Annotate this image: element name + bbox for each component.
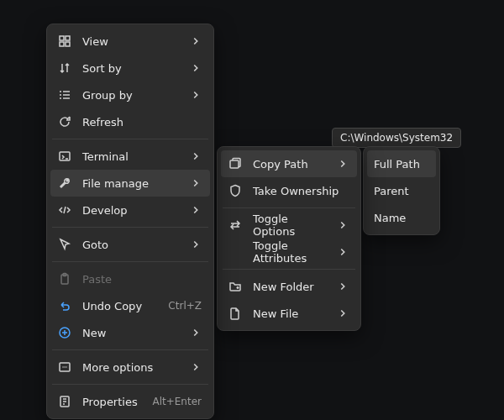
grid-icon bbox=[57, 34, 72, 49]
menu-label: Parent bbox=[374, 185, 428, 197]
menu-label: Full Path bbox=[374, 158, 428, 171]
svg-rect-4 bbox=[66, 42, 70, 46]
svg-rect-1 bbox=[60, 36, 64, 40]
menu-label: Paste bbox=[82, 273, 202, 286]
menu-shortcut: Ctrl+Z bbox=[168, 300, 202, 312]
svg-point-10 bbox=[62, 366, 63, 367]
file-icon bbox=[228, 306, 243, 321]
menu-item-new[interactable]: New bbox=[50, 319, 210, 346]
sort-icon bbox=[57, 60, 72, 76]
properties-icon bbox=[57, 394, 72, 409]
menu-item-new-file[interactable]: New File bbox=[221, 300, 357, 327]
svg-point-12 bbox=[66, 366, 66, 367]
menu-item-undo-copy[interactable]: Undo Copy Ctrl+Z bbox=[50, 292, 210, 319]
svg-point-11 bbox=[64, 366, 65, 367]
menu-item-new-folder[interactable]: New Folder bbox=[221, 273, 357, 300]
menu-label: Group by bbox=[82, 89, 176, 102]
shield-icon bbox=[228, 183, 243, 198]
menu-label: Name bbox=[374, 212, 428, 224]
context-menu: View Sort by Group by Refresh Terminal F… bbox=[46, 24, 214, 419]
paste-icon bbox=[57, 271, 72, 286]
refresh-icon bbox=[57, 114, 72, 129]
cursor-icon bbox=[57, 237, 72, 252]
menu-label: Properties bbox=[82, 396, 139, 408]
menu-label: Copy Path bbox=[253, 158, 323, 171]
chevron-right-icon bbox=[190, 361, 202, 373]
menu-item-full-path[interactable]: Full Path bbox=[367, 150, 436, 177]
menu-item-file-manage[interactable]: File manage bbox=[50, 170, 210, 197]
chevron-right-icon bbox=[337, 281, 349, 292]
wrench-icon bbox=[57, 176, 72, 191]
menu-item-group-by[interactable]: Group by bbox=[50, 81, 210, 108]
menu-item-take-ownership[interactable]: Take Ownership bbox=[221, 177, 357, 204]
menu-label: Take Ownership bbox=[253, 185, 349, 197]
menu-label: More options bbox=[82, 361, 176, 374]
menu-item-parent[interactable]: Parent bbox=[367, 177, 436, 204]
code-icon bbox=[57, 202, 72, 218]
menu-label: New bbox=[82, 327, 176, 339]
menu-label: Undo Copy bbox=[82, 300, 155, 312]
menu-separator bbox=[223, 207, 355, 208]
menu-label: View bbox=[82, 35, 176, 48]
swap-icon bbox=[228, 218, 243, 233]
menu-label: Terminal bbox=[82, 150, 176, 163]
menu-item-sort-by[interactable]: Sort by bbox=[50, 55, 210, 81]
submenu-file-manage: Copy Path Take Ownership Toggle Options … bbox=[217, 146, 361, 331]
chevron-right-icon bbox=[190, 62, 202, 74]
path-tooltip: C:\Windows\System32 bbox=[332, 128, 461, 148]
plus-circle-icon bbox=[57, 325, 72, 340]
chevron-right-icon bbox=[190, 204, 202, 216]
menu-label: File manage bbox=[82, 177, 176, 190]
chevron-right-icon bbox=[190, 327, 202, 339]
menu-item-terminal[interactable]: Terminal bbox=[50, 143, 210, 170]
chevron-right-icon bbox=[190, 89, 202, 101]
menu-item-more-options[interactable]: More options bbox=[50, 354, 210, 381]
svg-rect-5 bbox=[60, 152, 70, 160]
menu-label: Goto bbox=[82, 239, 176, 251]
menu-separator bbox=[52, 261, 208, 262]
menu-label: New Folder bbox=[253, 281, 323, 293]
chevron-right-icon bbox=[337, 219, 349, 231]
chevron-right-icon bbox=[337, 158, 349, 170]
copy-path-icon bbox=[228, 156, 243, 171]
menu-item-toggle-attributes[interactable]: Toggle Attributes bbox=[221, 239, 357, 265]
menu-label: Refresh bbox=[82, 116, 202, 129]
undo-icon bbox=[57, 298, 72, 313]
menu-label: New File bbox=[253, 307, 323, 320]
menu-label: Toggle Attributes bbox=[253, 239, 323, 265]
menu-label: Sort by bbox=[82, 62, 176, 75]
menu-label: Toggle Options bbox=[253, 213, 323, 238]
svg-rect-0 bbox=[230, 160, 239, 168]
menu-item-view[interactable]: View bbox=[50, 28, 210, 55]
menu-item-refresh[interactable]: Refresh bbox=[50, 108, 210, 135]
menu-item-toggle-options[interactable]: Toggle Options bbox=[221, 212, 357, 239]
menu-separator bbox=[223, 269, 355, 270]
chevron-right-icon bbox=[337, 307, 349, 319]
menu-item-develop[interactable]: Develop bbox=[50, 197, 210, 223]
menu-separator bbox=[52, 227, 208, 228]
submenu-copy-path: Full Path Parent Name bbox=[363, 146, 440, 235]
folder-plus-icon bbox=[228, 279, 243, 294]
menu-label: Develop bbox=[82, 204, 176, 217]
menu-item-goto[interactable]: Goto bbox=[50, 231, 210, 258]
chevron-right-icon bbox=[190, 35, 202, 47]
menu-separator bbox=[52, 384, 208, 385]
menu-item-properties[interactable]: Properties Alt+Enter bbox=[50, 388, 210, 415]
chevron-right-icon bbox=[337, 246, 349, 258]
menu-separator bbox=[52, 349, 208, 350]
menu-item-copy-path[interactable]: Copy Path bbox=[221, 150, 357, 177]
menu-item-paste: Paste bbox=[50, 265, 210, 292]
chevron-right-icon bbox=[190, 177, 202, 189]
menu-item-name[interactable]: Name bbox=[367, 204, 436, 231]
chevron-right-icon bbox=[190, 239, 202, 250]
chevron-right-icon bbox=[190, 150, 202, 162]
list-icon bbox=[57, 87, 72, 102]
svg-rect-3 bbox=[60, 42, 64, 46]
menu-separator bbox=[52, 139, 208, 139]
more-icon bbox=[57, 360, 72, 375]
svg-rect-2 bbox=[66, 36, 70, 40]
menu-shortcut: Alt+Enter bbox=[152, 396, 202, 407]
terminal-icon bbox=[57, 149, 72, 164]
